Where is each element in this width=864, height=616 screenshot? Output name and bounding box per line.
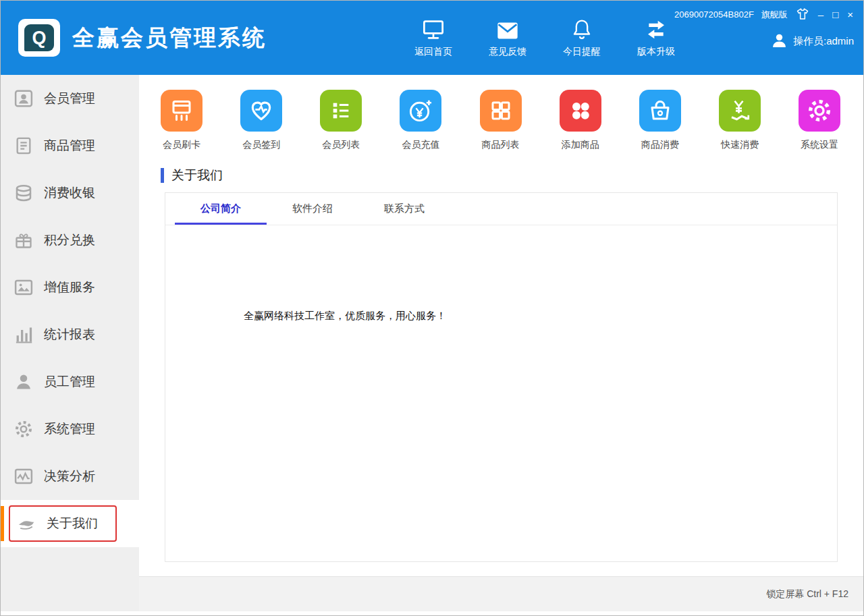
header-nav: 返回首页 意见反馈 今日提醒 版本升级 <box>411 17 678 58</box>
brand: Q 全赢会员管理系统 <box>18 19 267 57</box>
shortcut-label: 会员签到 <box>242 139 280 151</box>
nav-label: 版本升级 <box>637 46 675 58</box>
swipe-card-icon <box>161 90 202 132</box>
clover-add-icon <box>560 90 601 132</box>
person-icon <box>13 371 34 393</box>
sidebar-item-label: 关于我们 <box>47 515 98 532</box>
sidebar: 会员管理 商品管理 消费收银 积分兑换 <box>1 75 139 611</box>
picture-icon <box>13 277 34 298</box>
gift-icon <box>13 229 34 251</box>
tab-contact-info[interactable]: 联系方式 <box>358 193 450 225</box>
sidebar-item-product-management[interactable]: 商品管理 <box>1 122 139 169</box>
sidebar-item-label: 增值服务 <box>44 279 95 296</box>
lock-screen-button[interactable]: 锁定屏幕 Ctrl + F12 <box>766 588 848 600</box>
hands-icon <box>16 513 37 534</box>
nav-upgrade-button[interactable]: 版本升级 <box>634 17 678 58</box>
basket-icon <box>639 90 681 132</box>
sidebar-item-label: 积分兑换 <box>44 231 95 249</box>
sidebar-item-about-us[interactable]: 关于我们 <box>1 500 139 547</box>
close-button[interactable]: × <box>846 9 854 20</box>
license-serial: 20690072054B802F <box>674 9 754 20</box>
shortcut-toolbar: 会员刷卡 会员签到 会员列表 <box>139 75 863 151</box>
shortcut-label: 快速消费 <box>721 139 759 151</box>
shortcut-label: 会员列表 <box>322 139 360 151</box>
nav-label: 意见反馈 <box>489 46 526 58</box>
upgrade-arrows-icon <box>645 17 667 40</box>
main-area: 会员刷卡 会员签到 会员列表 <box>139 75 863 611</box>
nav-reminder-button[interactable]: 今日提醒 <box>560 17 604 58</box>
nav-label: 今日提醒 <box>563 46 601 58</box>
sidebar-item-cashier[interactable]: 消费收银 <box>1 169 139 217</box>
app-logo: Q <box>18 19 60 57</box>
gear-icon <box>13 418 34 440</box>
shortcut-member-swipe-card[interactable]: 会员刷卡 <box>161 90 202 151</box>
monitor-icon <box>422 17 445 40</box>
coins-icon <box>13 182 34 204</box>
sidebar-item-label: 统计报表 <box>44 326 95 343</box>
sidebar-item-label: 系统管理 <box>44 420 95 438</box>
shortcut-label: 系统设置 <box>801 139 838 151</box>
shortcut-member-list[interactable]: 会员列表 <box>320 90 362 151</box>
status-bar: 锁定屏幕 Ctrl + F12 <box>139 576 863 611</box>
sidebar-item-label: 决策分析 <box>44 468 95 485</box>
tab-software-intro[interactable]: 软件介绍 <box>267 193 358 225</box>
shortcut-label: 会员充值 <box>402 139 439 151</box>
tab-company-profile[interactable]: 公司简介 <box>175 193 267 225</box>
shortcut-product-list[interactable]: 商品列表 <box>480 90 522 151</box>
header-bar: Q 全赢会员管理系统 返回首页 意见反馈 今日提醒 <box>1 1 863 75</box>
logo-q-icon: Q <box>24 24 54 51</box>
operator-avatar-icon <box>771 32 788 51</box>
list-icon <box>320 90 362 132</box>
sidebar-item-member-management[interactable]: 会员管理 <box>1 75 139 122</box>
shortcut-label: 商品列表 <box>482 139 520 151</box>
section-accent-bar <box>161 168 164 183</box>
yuan-recharge-icon <box>400 90 441 132</box>
app-window: Q 全赢会员管理系统 返回首页 意见反馈 今日提醒 <box>0 0 864 616</box>
app-title: 全赢会员管理系统 <box>72 23 267 53</box>
sidebar-item-decision-analysis[interactable]: 决策分析 <box>1 453 139 500</box>
mail-icon <box>497 17 518 40</box>
about-tabs: 公司简介 软件介绍 联系方式 <box>165 193 837 225</box>
shortcut-label: 会员刷卡 <box>163 139 200 151</box>
nav-label: 返回首页 <box>414 46 452 58</box>
document-icon <box>13 135 34 157</box>
shortcut-product-consume[interactable]: 商品消费 <box>639 90 681 151</box>
about-panel: 公司简介 软件介绍 联系方式 全赢网络科技工作室，优质服务，用心服务！ <box>165 192 838 562</box>
titlebar-right: 20690072054B802F 旗舰版 – □ × 操作员:admin <box>674 7 854 51</box>
sidebar-item-label: 员工管理 <box>44 373 95 391</box>
about-text: 全赢网络科技工作室，优质服务，用心服务！ <box>165 225 837 323</box>
theme-skin-icon[interactable] <box>795 7 810 22</box>
section-header: 关于我们 <box>161 167 863 184</box>
window-bottom-edge <box>1 611 863 616</box>
settings-gear-icon <box>799 90 840 132</box>
sidebar-item-points-exchange[interactable]: 积分兑换 <box>1 217 139 264</box>
heart-pulse-icon <box>240 90 282 132</box>
sidebar-item-value-added-service[interactable]: 增值服务 <box>1 264 139 311</box>
sidebar-item-staff-management[interactable]: 员工管理 <box>1 358 139 405</box>
bell-icon <box>572 17 591 40</box>
operator-label: 操作员:admin <box>793 35 854 48</box>
shortcut-add-product[interactable]: 添加商品 <box>560 90 601 151</box>
shortcut-label: 添加商品 <box>562 139 599 151</box>
nav-home-button[interactable]: 返回首页 <box>411 17 456 58</box>
minimize-button[interactable]: – <box>817 9 824 20</box>
sidebar-item-label: 商品管理 <box>44 137 95 155</box>
sidebar-item-label: 会员管理 <box>44 90 95 107</box>
edition-badge: 旗舰版 <box>761 9 788 21</box>
active-item-frame: 关于我们 <box>9 505 117 542</box>
shortcut-label: 商品消费 <box>641 139 679 151</box>
shortcut-quick-consume[interactable]: 快速消费 <box>719 90 761 151</box>
sidebar-item-system-management[interactable]: 系统管理 <box>1 405 139 453</box>
shortcut-system-settings[interactable]: 系统设置 <box>799 90 840 151</box>
grid-icon <box>480 90 522 132</box>
shortcut-member-recharge[interactable]: 会员充值 <box>400 90 441 151</box>
maximize-button[interactable]: □ <box>832 9 839 20</box>
shortcut-member-checkin[interactable]: 会员签到 <box>240 90 282 151</box>
yuan-quick-icon <box>719 90 761 132</box>
sidebar-item-statistics-report[interactable]: 统计报表 <box>1 311 139 358</box>
sidebar-item-label: 消费收银 <box>44 184 95 202</box>
nav-feedback-button[interactable]: 意见反馈 <box>485 17 530 58</box>
member-card-icon <box>13 88 34 109</box>
line-chart-icon <box>13 466 34 487</box>
bar-chart-icon <box>13 324 34 345</box>
